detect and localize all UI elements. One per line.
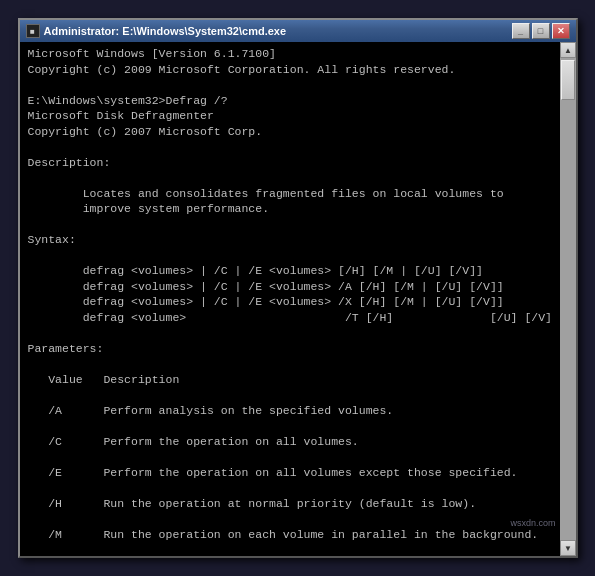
scroll-track[interactable]: [560, 58, 576, 540]
minimize-button[interactable]: _: [512, 23, 530, 39]
title-bar-left: Administrator: E:\Windows\System32\cmd.e…: [26, 24, 287, 38]
watermark: wsxdn.com: [510, 518, 555, 528]
window-icon: [26, 24, 40, 38]
window-title: Administrator: E:\Windows\System32\cmd.e…: [44, 25, 287, 37]
cmd-window: Administrator: E:\Windows\System32\cmd.e…: [18, 18, 578, 558]
terminal-content: Microsoft Windows [Version 6.1.7100] Cop…: [20, 42, 576, 556]
close-button[interactable]: ✕: [552, 23, 570, 39]
scroll-up-button[interactable]: ▲: [560, 42, 576, 58]
scrollbar[interactable]: ▲ ▼: [560, 42, 576, 556]
title-bar: Administrator: E:\Windows\System32\cmd.e…: [20, 20, 576, 42]
terminal-output: Microsoft Windows [Version 6.1.7100] Cop…: [28, 46, 568, 556]
scroll-down-button[interactable]: ▼: [560, 540, 576, 556]
window-controls: _ □ ✕: [512, 23, 570, 39]
scroll-thumb[interactable]: [561, 60, 575, 100]
maximize-button[interactable]: □: [532, 23, 550, 39]
